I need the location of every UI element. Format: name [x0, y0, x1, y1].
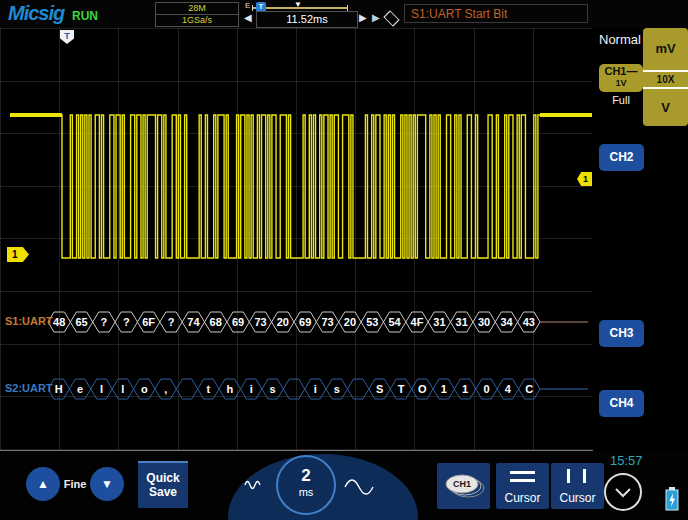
- svg-text:43: 43: [523, 316, 535, 328]
- svg-text:53: 53: [366, 316, 378, 328]
- oscilloscope-screen: Micsig RUN 28M 1GSa/s E T ▼ ◀ 11.52ms ▶ …: [0, 0, 688, 520]
- svg-text:l: l: [121, 383, 124, 395]
- window-marker-label: E: [245, 1, 250, 10]
- ch1-coupling-icon: —: [627, 65, 638, 77]
- s2-label: S2:UART: [5, 382, 53, 394]
- chevron-down-icon: [606, 475, 640, 509]
- trigger-info[interactable]: S1:UART Start Bit: [404, 4, 588, 23]
- ch1-bandwidth: Full: [599, 94, 643, 106]
- svg-text:0: 0: [483, 383, 489, 395]
- svg-text:1: 1: [462, 383, 468, 395]
- svg-text:i: i: [250, 383, 253, 395]
- svg-text:?: ?: [168, 316, 175, 328]
- v-button[interactable]: V: [643, 89, 688, 126]
- up-arrow-icon: ▲: [37, 477, 49, 491]
- bottom-control-bar: ▲ Fine ▼ Quick Save 2 ms CH1 Cursor: [0, 451, 688, 520]
- svg-text:30: 30: [478, 316, 490, 328]
- zoom-out-sine-icon[interactable]: [243, 477, 265, 493]
- svg-text:H: H: [55, 383, 63, 395]
- vertical-scale-control: mV 10X V: [643, 28, 688, 126]
- svg-text:73: 73: [254, 316, 266, 328]
- uart-frame-icon: [383, 10, 399, 26]
- run-status[interactable]: RUN: [72, 9, 98, 23]
- svg-text:C: C: [525, 383, 533, 395]
- svg-text:t: t: [207, 383, 211, 395]
- uart-decode-row-s1[interactable]: 4865??6F?746869732069732053544F313130344…: [0, 309, 592, 335]
- ch3-button[interactable]: CH3: [599, 320, 644, 347]
- ch2-button[interactable]: CH2: [599, 144, 644, 171]
- channel-select-button[interactable]: CH1: [437, 463, 490, 509]
- cursor-h-label: Cursor: [496, 491, 549, 505]
- svg-text:31: 31: [456, 316, 468, 328]
- sample-rate: 1GSa/s: [156, 15, 238, 26]
- svg-text:65: 65: [75, 316, 87, 328]
- ch1-button[interactable]: CH1— 1V: [599, 64, 643, 92]
- acquisition-info-box[interactable]: 28M 1GSa/s: [155, 2, 239, 27]
- svg-text:e: e: [77, 383, 83, 395]
- micsig-logo: Micsig: [8, 2, 64, 25]
- svg-text:?: ?: [101, 316, 108, 328]
- svg-text:68: 68: [210, 316, 222, 328]
- ch1-scale: 1V: [599, 78, 643, 88]
- channel-sidebar: Normal mV 10X V CH1— 1V Full CH2 CH3 CH4: [592, 28, 688, 450]
- horizontal-cursor-icon: [510, 471, 535, 474]
- stacked-channels-icon: CH1: [437, 463, 490, 509]
- svg-text:73: 73: [321, 316, 333, 328]
- top-status-bar: Micsig RUN 28M 1GSa/s E T ▼ ◀ 11.52ms ▶ …: [0, 0, 688, 29]
- svg-text:1: 1: [441, 383, 447, 395]
- vertical-cursor-icon: [567, 469, 570, 483]
- horizontal-cursor-button[interactable]: Cursor: [496, 463, 549, 509]
- collapse-menu-button[interactable]: [604, 473, 642, 511]
- svg-text:s: s: [270, 383, 276, 395]
- clock: 15:57: [610, 453, 643, 468]
- svg-text:l: l: [100, 383, 103, 395]
- acquisition-mode-label[interactable]: Normal: [599, 32, 641, 47]
- svg-text:48: 48: [53, 316, 65, 328]
- svg-text:54: 54: [388, 316, 401, 328]
- quick-save-button[interactable]: Quick Save: [138, 461, 188, 508]
- zoom-in-sine-icon[interactable]: [342, 477, 376, 497]
- fine-down-button[interactable]: ▼: [90, 467, 124, 501]
- cursor-v-label: Cursor: [551, 491, 604, 505]
- ch1-label: CH1: [604, 65, 626, 77]
- fine-label: Fine: [62, 478, 88, 490]
- svg-text:20: 20: [277, 316, 289, 328]
- svg-text:s: s: [334, 383, 340, 395]
- memory-depth: 28M: [156, 3, 238, 15]
- time-offset-right-icon[interactable]: ▶: [359, 12, 367, 23]
- vertical-cursor-button[interactable]: Cursor: [551, 463, 604, 509]
- svg-text:6F: 6F: [142, 316, 155, 328]
- uart-decode-row-s2[interactable]: Hello,thisisSTO1104C S2:UART: [0, 376, 592, 402]
- svg-text:?: ?: [123, 316, 130, 328]
- svg-text:4: 4: [505, 383, 512, 395]
- svg-text:T: T: [398, 383, 405, 395]
- fine-up-button[interactable]: ▲: [26, 467, 60, 501]
- timebase-unit: ms: [278, 486, 334, 498]
- svg-text:o: o: [141, 383, 148, 395]
- svg-text:69: 69: [299, 316, 311, 328]
- time-offset-value[interactable]: 11.52ms: [256, 11, 358, 28]
- svg-text:4F: 4F: [411, 316, 424, 328]
- svg-text:S: S: [376, 383, 383, 395]
- svg-text:69: 69: [232, 316, 244, 328]
- s2-frames: Hello,thisisSTO1104C: [0, 376, 592, 402]
- svg-text:O: O: [418, 383, 427, 395]
- ch4-button[interactable]: CH4: [599, 390, 644, 417]
- down-arrow-icon: ▼: [101, 477, 113, 491]
- svg-text:i: i: [314, 383, 317, 395]
- s1-frames: 4865??6F?746869732069732053544F313130344…: [0, 309, 592, 335]
- svg-text:31: 31: [433, 316, 445, 328]
- channel-badge-text: CH1: [453, 479, 471, 489]
- timebase-value: 2: [278, 466, 334, 486]
- trigger-expand-icon[interactable]: ▶: [372, 12, 380, 23]
- s1-label: S1:UART: [5, 315, 53, 327]
- battery-icon: [665, 487, 680, 511]
- waveform-display-area[interactable]: T 1 1 4865??6F?746869732069732053544F313…: [0, 28, 593, 451]
- probe-attenuation-button[interactable]: 10X: [643, 70, 688, 89]
- svg-text:74: 74: [187, 316, 200, 328]
- mv-button[interactable]: mV: [643, 28, 688, 70]
- time-offset-left-icon[interactable]: ◀: [244, 12, 252, 23]
- timebase-value-display[interactable]: 2 ms: [276, 455, 336, 515]
- svg-text:h: h: [226, 383, 233, 395]
- window-position-icon: ▼: [294, 0, 302, 9]
